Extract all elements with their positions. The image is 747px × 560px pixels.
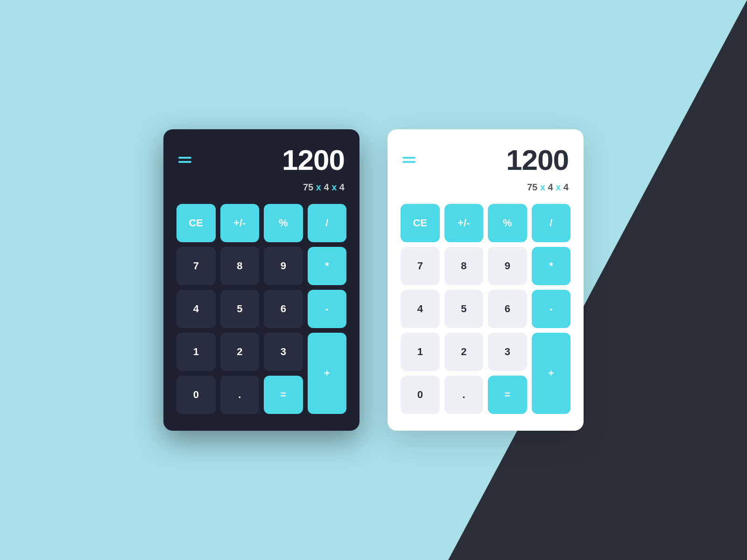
key-plus[interactable]: + xyxy=(532,333,571,414)
key-three[interactable]: 3 xyxy=(488,333,527,371)
light-calc-header: 1200 xyxy=(401,143,571,176)
light-menu-icon[interactable] xyxy=(402,157,416,163)
key-eight[interactable]: 8 xyxy=(444,247,484,285)
key-two[interactable]: 2 xyxy=(444,333,484,371)
light-keypad: CE+/-%/789*456-123+0.= xyxy=(401,204,571,414)
key-nine[interactable]: 9 xyxy=(488,247,527,285)
key-seven[interactable]: 7 xyxy=(176,247,216,285)
menu-bar-2 xyxy=(178,161,191,163)
key-zero[interactable]: 0 xyxy=(176,376,216,414)
key-plus-minus[interactable]: +/- xyxy=(444,204,484,242)
menu-bar-1 xyxy=(402,157,416,159)
dark-keypad: CE+/-%/789*456-123+0.= xyxy=(176,204,346,414)
key-equals[interactable]: = xyxy=(488,376,527,414)
key-equals[interactable]: = xyxy=(264,376,303,414)
key-two[interactable]: 2 xyxy=(220,333,260,371)
key-one[interactable]: 1 xyxy=(176,333,216,371)
key-minus[interactable]: - xyxy=(532,290,571,328)
key-zero[interactable]: 0 xyxy=(401,376,440,414)
key-divide[interactable]: / xyxy=(532,204,571,242)
key-four[interactable]: 4 xyxy=(176,290,216,328)
key-plus-minus[interactable]: +/- xyxy=(220,204,260,242)
key-six[interactable]: 6 xyxy=(488,290,527,328)
key-ce[interactable]: CE xyxy=(401,204,440,242)
key-six[interactable]: 6 xyxy=(264,290,303,328)
key-dot[interactable]: . xyxy=(444,376,484,414)
key-divide[interactable]: / xyxy=(308,204,347,242)
dark-menu-icon[interactable] xyxy=(178,157,191,163)
light-display-value: 1200 xyxy=(506,143,569,176)
key-five[interactable]: 5 xyxy=(444,290,484,328)
key-minus[interactable]: - xyxy=(308,290,347,328)
key-multiply[interactable]: * xyxy=(308,247,347,285)
light-x2: x xyxy=(556,182,561,192)
key-five[interactable]: 5 xyxy=(220,290,260,328)
light-calculator: 1200 75 x 4 x 4 CE+/-%/789*456-123+0.= xyxy=(388,129,584,431)
dark-x1: x xyxy=(316,182,321,192)
dark-calculator: 1200 75 x 4 x 4 CE+/-%/789*456-123+0.= xyxy=(163,129,359,431)
key-dot[interactable]: . xyxy=(220,376,260,414)
key-nine[interactable]: 9 xyxy=(264,247,303,285)
dark-x2: x xyxy=(331,182,337,192)
key-ce[interactable]: CE xyxy=(176,204,216,242)
dark-calc-header: 1200 xyxy=(176,143,346,176)
key-eight[interactable]: 8 xyxy=(220,247,260,285)
key-multiply[interactable]: * xyxy=(532,247,571,285)
key-one[interactable]: 1 xyxy=(401,333,440,371)
light-display-expression: 75 x 4 x 4 xyxy=(401,182,571,193)
key-percent[interactable]: % xyxy=(488,204,527,242)
menu-bar-2 xyxy=(402,161,416,163)
menu-bar-1 xyxy=(178,157,191,159)
dark-display-value: 1200 xyxy=(282,143,345,176)
light-x1: x xyxy=(540,182,545,192)
key-three[interactable]: 3 xyxy=(264,333,303,371)
key-plus[interactable]: + xyxy=(308,333,347,414)
key-seven[interactable]: 7 xyxy=(401,247,440,285)
calculators-wrapper: 1200 75 x 4 x 4 CE+/-%/789*456-123+0.= 1… xyxy=(163,129,584,431)
key-percent[interactable]: % xyxy=(264,204,303,242)
key-four[interactable]: 4 xyxy=(401,290,440,328)
dark-display-expression: 75 x 4 x 4 xyxy=(176,182,346,193)
